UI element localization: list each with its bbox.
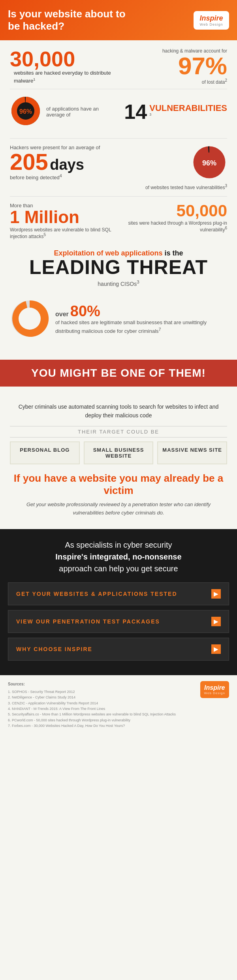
days-word: days xyxy=(50,156,84,173)
target-massive-news: MASSIVE NEWS SITE xyxy=(157,441,227,464)
stat-50000: 50,000 sites were hacked through a Wordp… xyxy=(118,203,227,233)
pie-96-label: 96% xyxy=(19,108,32,115)
divider-2 xyxy=(10,138,227,139)
number-million: 1 Million xyxy=(10,208,115,226)
sources-section: Sources: 1. SOPHOS - Security Threat Rep… xyxy=(0,675,237,735)
arrow-2: ▶ xyxy=(211,617,221,626)
source-5: 5. Securityaffairs.co - More than 1 Mill… xyxy=(8,712,194,717)
desc-97: of lost data2 xyxy=(122,78,227,85)
desc-30000: websites are hacked everyday to distribu… xyxy=(14,69,115,84)
target-label: THEIR TARGET COULD BE xyxy=(10,426,227,437)
cta-label-3: WHY CHOOSE INSPIRE xyxy=(16,646,92,652)
number-50000: 50,000 xyxy=(122,203,227,219)
target-boxes: PERSONAL BLOG SMALL BUSINESS WEBSITE MAS… xyxy=(10,441,227,464)
victim-subtitle: Get your website professionally reviewed… xyxy=(10,501,227,517)
source-3: 3. CENZIC - Application Vulnerability Tr… xyxy=(8,700,194,706)
cyber-section: Cyber criminals use automated scanning t… xyxy=(0,392,237,529)
stat-million: More than 1 Million Wordpress websites a… xyxy=(10,203,118,239)
arrow-1: ▶ xyxy=(211,589,221,599)
number-30000: 30,000 xyxy=(10,48,115,69)
cyber-text: Cyber criminals use automated scanning t… xyxy=(10,402,227,420)
stat-row-96-14: 96% of applications have an average of 1… xyxy=(10,93,227,130)
header: Is your website about to be hacked? Insp… xyxy=(0,0,237,40)
desc-million: Wordpress websites are vulnerable to bli… xyxy=(10,227,115,239)
source-4: 4. MANDIANT - M-Trends 2015: A View From… xyxy=(8,706,194,712)
victim-title: If you have a website you may already be… xyxy=(10,472,227,497)
eighty-section: over 80% of hacked sites are legitimate … xyxy=(10,299,227,340)
eighty-desc: of hacked sites are legitimate small bus… xyxy=(55,319,227,335)
stat-205: Hackers were present for an average of 2… xyxy=(10,145,118,180)
stat-row-205-96: Hackers were present for an average of 2… xyxy=(10,145,227,190)
source-6: 6. PCworld.com - 50,000 sites hacked thr… xyxy=(8,717,194,723)
pie-96-apps: 96% xyxy=(10,95,41,128)
cta-button-2[interactable]: VIEW OUR PENETRATION TEST PACKAGES ▶ xyxy=(8,610,229,633)
logo-name: Inspire xyxy=(198,14,224,23)
svg-point-5 xyxy=(19,308,41,330)
stat-97: hacking & malware account for 97% of los… xyxy=(118,48,227,85)
pie-chart-80 xyxy=(10,299,49,338)
cta-button-1[interactable]: GET YOUR WEBSITES & APPLICATIONS TESTED … xyxy=(8,582,229,605)
target-personal-blog: PERSONAL BLOG xyxy=(10,441,80,464)
target-small-business: SMALL BUSINESS WEBSITE xyxy=(84,441,154,464)
header-logo: Inspire Web Design xyxy=(194,11,229,30)
number-14: 14 xyxy=(124,101,147,122)
of-apps-text: of applications have an average of xyxy=(46,106,116,118)
red-banner: YOU MIGHT BE ONE OF THEM! xyxy=(0,360,237,387)
cta-label-1: GET YOUR WEBSITES & APPLICATIONS TESTED xyxy=(16,591,177,597)
vuln-word: VULNERABILITIES xyxy=(149,104,227,113)
footer-logo: Inspire Web Design xyxy=(200,681,229,698)
footer-logo-name: Inspire xyxy=(204,684,225,691)
cta-button-3[interactable]: WHY CHOOSE INSPIRE ▶ xyxy=(8,638,229,661)
dark-title: As specialists in cyber security Inspire… xyxy=(8,539,229,574)
eighty-over: over xyxy=(55,311,69,318)
desc-96-sites: of websites tested have vulnerabilities3 xyxy=(145,184,227,190)
threat-section: Exploitation of web applications is the … xyxy=(10,245,227,291)
vuln-section: 14 VULNERABILITIES 3 xyxy=(124,101,227,122)
sources-list: Sources: 1. SOPHOS - Security Threat Rep… xyxy=(8,681,200,729)
header-title: Is your website about to be hacked? xyxy=(8,8,134,32)
source-7: 7. Forbes.com - 30,000 Websites Hacked A… xyxy=(8,723,194,728)
desc-50000: sites were hacked through a Wordpress pl… xyxy=(122,220,227,233)
eighty-pie xyxy=(10,299,49,340)
number-205: 205 xyxy=(10,149,48,175)
cta-label-2: VIEW OUR PENETRATION TEST PACKAGES xyxy=(16,618,160,625)
threat-sub: haunting CISOs3 xyxy=(10,279,227,287)
divider-3 xyxy=(10,196,227,197)
footer-logo-sub: Web Design xyxy=(204,691,225,695)
days-suffix: before being detected4 xyxy=(10,173,115,180)
logo-sub: Web Design xyxy=(198,23,224,26)
source-2: 2. NetDiligence - Cyber Claims Study 201… xyxy=(8,695,194,700)
threat-main: LEADING THREAT xyxy=(10,257,227,277)
stat-96-sites: 96% of websites tested have vulnerabilit… xyxy=(118,145,227,190)
eighty-text: over 80% of hacked sites are legitimate … xyxy=(55,304,227,335)
threat-black: is the xyxy=(163,249,183,257)
eighty-number: 80% xyxy=(70,304,100,319)
arrow-3: ▶ xyxy=(211,644,221,654)
number-97: 97% xyxy=(122,54,227,78)
footer-logo-box: Inspire Web Design xyxy=(200,681,229,698)
sources-heading: Sources: xyxy=(8,681,194,687)
stat-row-1: 30,000 websites are hacked everyday to d… xyxy=(10,48,227,85)
stat-30000: 30,000 websites are hacked everyday to d… xyxy=(10,48,118,84)
dark-section: As specialists in cyber security Inspire… xyxy=(0,529,237,675)
divider-1 xyxy=(10,89,227,89)
main-content: 30,000 websites are hacked everyday to d… xyxy=(0,40,237,354)
pie-96-sites: 96% xyxy=(192,145,227,182)
source-1: 1. SOPHOS - Security Threat Report 2012 xyxy=(8,689,194,695)
target-section: THEIR TARGET COULD BE PERSONAL BLOG SMAL… xyxy=(10,426,227,464)
stat-row-million-50k: More than 1 Million Wordpress websites a… xyxy=(10,203,227,239)
threat-orange: Exploitation of web applications xyxy=(54,249,162,257)
pie-96-sites-label: 96% xyxy=(202,159,216,167)
